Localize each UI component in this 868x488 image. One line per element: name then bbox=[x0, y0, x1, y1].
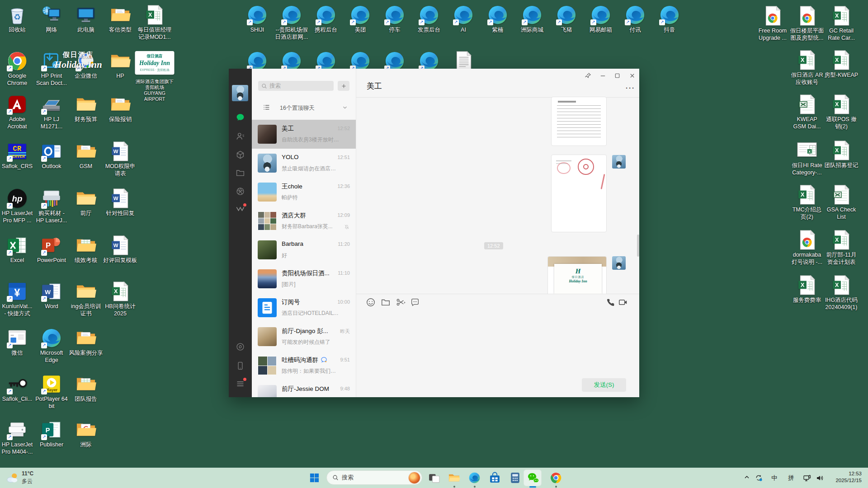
mobile-icon[interactable] bbox=[236, 361, 245, 371]
scrollbar-thumb[interactable] bbox=[637, 235, 639, 257]
message-image[interactable] bbox=[551, 155, 607, 232]
tray-chevron-icon[interactable] bbox=[744, 474, 750, 480]
tray-ime-language[interactable]: 中 bbox=[770, 474, 779, 482]
shortcut-arrow-overlay: ↗ bbox=[522, 19, 528, 25]
running-indicator bbox=[474, 486, 476, 488]
weather-icon[interactable] bbox=[5, 471, 19, 485]
message-input[interactable] bbox=[356, 294, 639, 366]
message-image[interactable]: H 假日酒店 Holiday Inn bbox=[547, 256, 607, 294]
miniprogram-icon[interactable] bbox=[236, 342, 245, 352]
search-input[interactable]: 搜索 bbox=[258, 81, 334, 91]
more-button[interactable]: ··· bbox=[626, 84, 635, 92]
wechat-button[interactable] bbox=[527, 472, 539, 484]
tray-display-icon[interactable] bbox=[803, 474, 811, 482]
message-avatar[interactable] bbox=[612, 256, 626, 270]
desktop-icon[interactable]: W好评回复模板 bbox=[99, 235, 142, 264]
maximize-button[interactable] bbox=[614, 72, 621, 79]
minimize-button[interactable] bbox=[599, 72, 606, 79]
chat-list-item[interactable]: 酒店大群12:09财务部Barbara张英... bbox=[252, 206, 356, 235]
excelFile-icon: X bbox=[831, 230, 852, 250]
desktop-icon[interactable]: XGC Retail Rate Car... bbox=[820, 5, 863, 42]
contacts-icon[interactable] bbox=[236, 131, 245, 141]
avatar[interactable] bbox=[258, 327, 277, 346]
tray-ime-pinyin[interactable]: 拼 bbox=[787, 474, 796, 482]
chat-list-item[interactable]: Barbara11:20好 bbox=[252, 235, 356, 264]
chat-list-item[interactable]: YOLO12:51禁止吸烟请勿在酒店任... bbox=[252, 149, 356, 178]
excelFile-icon: X bbox=[797, 275, 817, 296]
moments-icon[interactable] bbox=[236, 187, 245, 196]
desktop-icon[interactable]: 洲际 bbox=[64, 419, 108, 448]
desktop-icon[interactable]: GSA Check List bbox=[820, 184, 863, 221]
chat-list-item[interactable]: 前厅-Django 彭...昨天可能发的时候点错了 bbox=[252, 322, 356, 351]
chat-list-item[interactable]: 美工12:52自助洗衣房3楼开放时间... bbox=[252, 120, 356, 149]
desktop-icon[interactable]: X房型-KWEAP bbox=[820, 50, 863, 79]
weather-condition[interactable]: 多云 bbox=[22, 478, 33, 485]
avatar[interactable] bbox=[258, 298, 277, 317]
chat-list-item[interactable]: 贵阳机场假日酒...11:10[图片] bbox=[252, 264, 356, 293]
taskbar-clock[interactable]: 12:53 2025/12/15 bbox=[835, 470, 862, 484]
pinned-chats-header[interactable]: 16个置顶聊天 bbox=[252, 102, 356, 113]
avatar[interactable] bbox=[258, 183, 277, 202]
menu-icon[interactable] bbox=[236, 379, 245, 389]
excelFile-icon: X bbox=[831, 94, 852, 115]
file-explorer-button[interactable] bbox=[448, 472, 460, 484]
desktop-icon[interactable]: ↗抖音 bbox=[648, 5, 691, 33]
desktop-icon[interactable]: X每日值班经理 记录MOD1... bbox=[133, 5, 176, 41]
task-view-button[interactable] bbox=[428, 472, 440, 484]
shortcut-arrow-overlay: ↗ bbox=[7, 250, 13, 256]
message-avatar[interactable] bbox=[612, 155, 626, 169]
start-button[interactable] bbox=[309, 473, 320, 483]
avatar[interactable] bbox=[258, 240, 277, 259]
potplayer-icon: Player↗ bbox=[41, 374, 62, 394]
weather-temp[interactable]: 11°C bbox=[22, 470, 33, 477]
desktop-icon[interactable]: W针对性回复 bbox=[99, 188, 142, 217]
desktop-icon[interactable]: X通联POS 撤 销(2) bbox=[820, 94, 863, 130]
shortcut-arrow-overlay: ↗ bbox=[41, 434, 47, 440]
desktop-icon[interactable]: 团队报告 bbox=[64, 374, 108, 403]
excelFile-icon: X bbox=[831, 140, 852, 161]
avatar[interactable] bbox=[232, 85, 248, 101]
message-image[interactable] bbox=[551, 97, 607, 146]
taskbar-search-input[interactable]: 搜索 bbox=[326, 470, 422, 485]
list-icon bbox=[263, 103, 270, 111]
desktop-icon[interactable]: X团队招募登记 bbox=[820, 140, 863, 169]
svg-text:P: P bbox=[46, 427, 50, 434]
send-button[interactable]: 发送(S) bbox=[582, 378, 626, 392]
chrome-button[interactable] bbox=[550, 472, 562, 484]
chat-list-item[interactable]: 订阅号10:00酒店日记HOTELDAILY: ... bbox=[252, 293, 356, 322]
desktop-icon-label: 抖音 bbox=[648, 26, 691, 33]
avatar[interactable] bbox=[258, 269, 277, 288]
avatar[interactable] bbox=[258, 125, 277, 144]
channels-icon[interactable] bbox=[236, 204, 245, 214]
edge-button[interactable] bbox=[468, 472, 481, 484]
new-chat-button[interactable] bbox=[338, 81, 349, 91]
favorites-icon[interactable] bbox=[236, 150, 245, 160]
store-button[interactable] bbox=[489, 472, 501, 484]
desktop-icon[interactable]: X前厅部-11月 资金计划表 bbox=[820, 230, 863, 266]
holidayBox-icon: 假日酒店Holiday InnEXPRESS · 贵阳机场 bbox=[134, 51, 175, 78]
avatar[interactable] bbox=[258, 211, 277, 230]
avatar[interactable] bbox=[258, 356, 277, 375]
chat-list-item[interactable]: 吐槽码沟通群9:51陈伟明：如果要我们帮... bbox=[252, 351, 356, 380]
desktop-icon[interactable]: XHB问卷统计 2025 bbox=[99, 281, 142, 317]
chat-list-item[interactable]: 王chole12:36帕萨特 bbox=[252, 178, 356, 206]
desktop-icon[interactable]: 风险案例分享 bbox=[64, 328, 108, 357]
chats-icon[interactable] bbox=[236, 113, 245, 122]
avatar[interactable] bbox=[258, 154, 277, 173]
desktop-icon[interactable]: XIHG酒店代码 20240409(1) bbox=[820, 275, 863, 311]
pin-icon[interactable] bbox=[585, 72, 591, 79]
calculator-button[interactable] bbox=[509, 472, 521, 484]
files-icon[interactable] bbox=[236, 168, 245, 178]
close-button[interactable] bbox=[629, 72, 636, 79]
chat-name: 前厅-Jessie DOM bbox=[282, 385, 329, 393]
tray-sync-icon[interactable] bbox=[755, 474, 763, 482]
printerColor-icon: ↗ bbox=[41, 188, 62, 209]
chat-list-item[interactable]: 前厅-Jessie DOM9:48[图片] bbox=[252, 380, 356, 397]
tray-volume-icon[interactable] bbox=[816, 474, 824, 482]
desktop-icon[interactable]: WMOD权限申 请表 bbox=[99, 141, 142, 177]
avatar[interactable] bbox=[258, 385, 277, 397]
svg-text:X: X bbox=[835, 57, 839, 63]
excelFile-icon: X bbox=[831, 275, 852, 296]
search-placeholder: 搜索 bbox=[269, 82, 281, 90]
desktop-icon[interactable]: 保险报销 bbox=[99, 94, 142, 123]
